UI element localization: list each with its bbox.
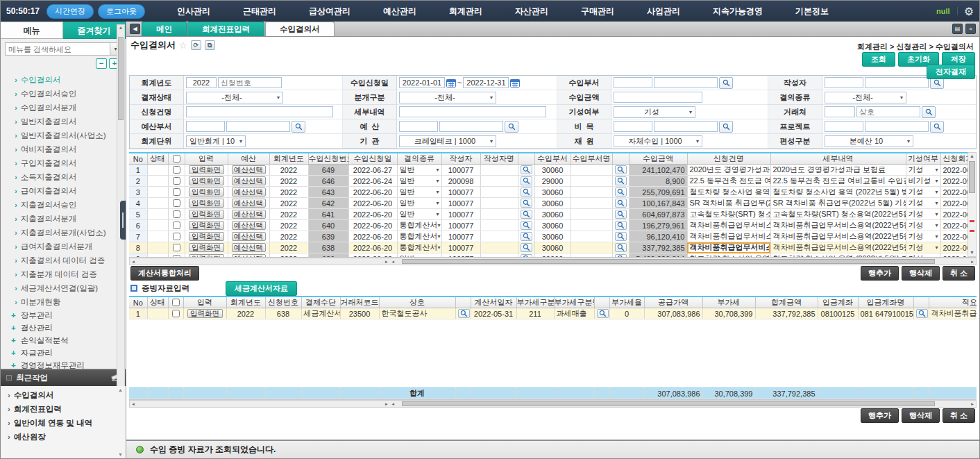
scroll-up-icon[interactable]: ▲ xyxy=(119,25,124,30)
column-header[interactable]: 상호 xyxy=(379,297,455,308)
search-icon[interactable] xyxy=(521,243,532,252)
sidebar-item[interactable]: ›여비지출결의서 xyxy=(2,142,126,156)
search-icon[interactable] xyxy=(521,199,532,208)
table-row[interactable]: 1입력화면예산선택20226492022-06-27일반▾10007730060… xyxy=(129,165,968,176)
cell-select[interactable]: 일반▾ xyxy=(400,198,439,208)
sidebar-item[interactable]: ›소득지출결의서 xyxy=(2,170,126,184)
column-header[interactable]: 세부내역 xyxy=(770,153,906,165)
pane-splitter[interactable]: ▸ ◂ xyxy=(385,258,396,265)
topbar-menu-item[interactable]: 구매관리 xyxy=(581,6,614,17)
row-checkbox[interactable] xyxy=(173,199,180,207)
favorite-star-icon[interactable]: ☆ xyxy=(179,40,187,51)
column-header[interactable] xyxy=(168,297,183,308)
budget-select-button[interactable]: 예산선택 xyxy=(232,254,266,257)
extend-time-button[interactable]: 시간연장 xyxy=(47,4,94,19)
horizontal-scrollbar[interactable]: ◂ ▸ ◂ ▸ xyxy=(129,400,977,408)
topbar-menu-item[interactable]: 예산관리 xyxy=(383,6,416,17)
recent-item[interactable]: ›일반이체 연동 및 내역 xyxy=(1,416,126,430)
column-header[interactable]: 거래처코드 xyxy=(340,297,379,308)
scroll-thumb[interactable] xyxy=(118,37,124,120)
column-header[interactable]: 수입신청일 xyxy=(348,153,397,165)
cell-select[interactable]: 기성▾ xyxy=(909,242,938,253)
sidebar-item[interactable]: ›지출결의서승인 xyxy=(2,198,126,212)
income-dept-name-input[interactable] xyxy=(654,77,718,88)
pane-splitter[interactable]: ▸ ◂ xyxy=(385,401,396,408)
column-header[interactable]: 계산서일자 xyxy=(471,297,516,308)
column-header[interactable]: 결의종류 xyxy=(397,153,441,165)
column-header[interactable]: 입금계좌명 xyxy=(858,297,913,308)
column-header[interactable]: 상태 xyxy=(147,153,168,165)
sidebar-item[interactable]: ›구입지출결의서 xyxy=(2,156,126,170)
table-row[interactable]: 9입력화면예산선택20226362022-06-20일반▾10007730060… xyxy=(129,253,968,258)
table-row[interactable]: 5입력화면예산선택20226412022-06-20일반▾10007730060… xyxy=(129,209,968,220)
sidebar-item[interactable]: ›지출결의서 데이터 검증 xyxy=(2,253,126,267)
topbar-menu-item[interactable]: 기본정보 xyxy=(795,6,829,17)
search-icon[interactable] xyxy=(521,254,532,257)
table-row[interactable]: 8입력화면예산선택20226382022-06-20통합계산서▾10007730… xyxy=(129,242,968,253)
writer-code-input[interactable] xyxy=(825,77,863,88)
topbar-menu-item[interactable]: 근태관리 xyxy=(243,6,276,17)
calendar-icon[interactable] xyxy=(446,78,456,87)
input-screen-button[interactable]: 입력화면 xyxy=(189,243,224,252)
sidebar-item[interactable]: ›지출결의서분개 xyxy=(2,212,126,226)
budget-dept-name-input[interactable] xyxy=(226,121,290,132)
income-amount-input[interactable] xyxy=(614,92,702,103)
search-icon[interactable] xyxy=(292,121,305,133)
recent-item[interactable]: ›수입결의서 xyxy=(1,388,126,402)
search-button[interactable]: 조회 xyxy=(862,52,895,67)
cell-select[interactable]: 기성▾ xyxy=(909,231,938,242)
cell-select[interactable]: 기성▾ xyxy=(909,187,938,197)
column-header[interactable]: 신청건명 xyxy=(687,153,770,165)
sidebar-item[interactable]: ›수입결의서분개 xyxy=(2,101,126,115)
fund-source-select[interactable]: 자체수입 | 1000▾ xyxy=(614,135,702,147)
close-icon[interactable]: × xyxy=(965,24,976,34)
cell-select[interactable]: 일반▾ xyxy=(400,176,439,186)
column-header[interactable]: 입금계좌 xyxy=(818,297,858,308)
search-icon[interactable] xyxy=(930,121,944,133)
tax-invoice-button[interactable]: 세금계산서자료 xyxy=(226,281,297,296)
sidebar-item[interactable]: ›급여지출결의서 xyxy=(2,184,126,198)
search-icon[interactable] xyxy=(615,254,627,257)
budget-select-button[interactable]: 예산선택 xyxy=(232,221,266,230)
search-icon[interactable] xyxy=(615,165,627,174)
e-approval-button[interactable]: 전자결재 xyxy=(927,65,975,79)
search-icon[interactable] xyxy=(615,187,627,197)
input-screen-button[interactable]: 입력화면 xyxy=(187,309,223,318)
search-icon[interactable] xyxy=(521,165,532,174)
table-row[interactable]: 6입력화면예산선택20226402022-06-20통합계산서▾10007730… xyxy=(129,220,968,231)
tab-voucher-entry[interactable]: 회계전표입력 xyxy=(187,22,264,36)
cell-select[interactable]: 일반▾ xyxy=(400,209,439,219)
table-row[interactable]: 2입력화면예산선택20226462022-06-24일반▾20009829000… xyxy=(129,176,968,187)
delete-row-button[interactable]: 행삭제 xyxy=(902,408,940,423)
column-header[interactable]: 작성자명 xyxy=(480,153,518,165)
gear-icon[interactable]: ⚙ xyxy=(964,5,974,18)
budget-select-button[interactable]: 예산선택 xyxy=(232,210,266,219)
column-header[interactable]: 부가세율 xyxy=(609,297,644,308)
cell-select[interactable]: 통합계산서▾ xyxy=(400,220,439,231)
expense-item-name-input[interactable] xyxy=(654,121,718,132)
column-header[interactable]: 적요 xyxy=(929,297,977,308)
search-icon[interactable] xyxy=(615,221,627,230)
horizontal-scrollbar[interactable]: ◂ ▸ ◂ ▸ xyxy=(129,258,977,265)
column-header[interactable]: 수입부서명 xyxy=(571,153,612,165)
row-checkbox[interactable] xyxy=(173,233,180,240)
column-header[interactable] xyxy=(455,297,471,308)
column-header[interactable]: 부가세 xyxy=(702,297,755,308)
column-header[interactable]: 회계년도 xyxy=(226,297,265,308)
project-code-input[interactable] xyxy=(825,121,863,132)
topbar-menu-item[interactable]: 지속가능경영 xyxy=(713,6,763,17)
topbar-menu-item[interactable]: 회계관리 xyxy=(449,6,482,17)
column-header[interactable]: 입력 xyxy=(185,153,228,165)
search-icon[interactable] xyxy=(615,232,627,241)
add-row-button[interactable]: 행추가 xyxy=(861,266,899,281)
column-header[interactable] xyxy=(518,153,534,165)
budget-select-button[interactable]: 예산선택 xyxy=(232,165,266,174)
budget-select-button[interactable]: 예산선택 xyxy=(232,232,266,241)
cell-select[interactable]: 기성▾ xyxy=(909,253,938,257)
tab-main[interactable]: 메인 xyxy=(142,22,187,36)
input-screen-button[interactable]: 입력화면 xyxy=(189,199,224,208)
cell-select[interactable]: 기성▾ xyxy=(909,165,938,175)
expense-item-code-input[interactable] xyxy=(614,121,652,132)
budget-name-input[interactable] xyxy=(439,121,503,132)
collapse-all-button[interactable]: − xyxy=(96,58,107,69)
